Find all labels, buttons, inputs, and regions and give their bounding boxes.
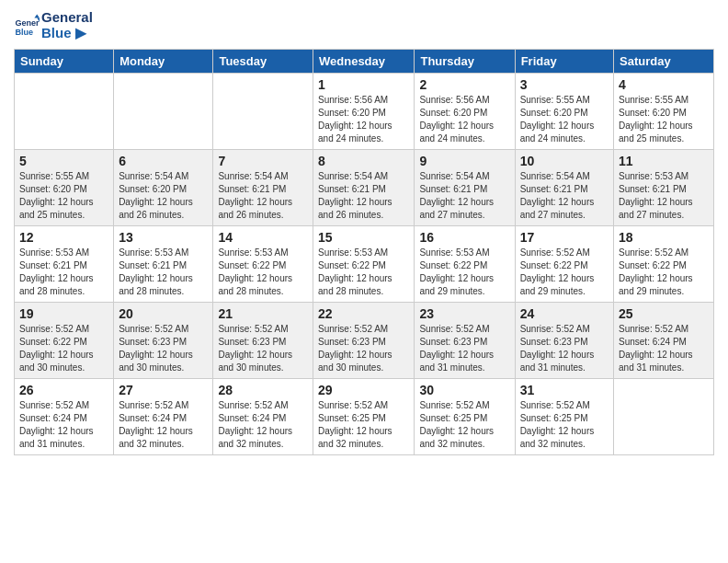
weekday-header-thursday: Thursday (415, 50, 515, 74)
svg-text:General: General (15, 18, 40, 28)
calendar-cell: 21Sunrise: 5:52 AM Sunset: 6:23 PM Dayli… (213, 303, 313, 379)
day-info: Sunrise: 5:52 AM Sunset: 6:23 PM Dayligh… (419, 323, 509, 374)
day-info: Sunrise: 5:52 AM Sunset: 6:23 PM Dayligh… (218, 323, 308, 374)
calendar-cell: 19Sunrise: 5:52 AM Sunset: 6:22 PM Dayli… (15, 303, 114, 379)
weekday-header-row: SundayMondayTuesdayWednesdayThursdayFrid… (15, 50, 714, 74)
calendar-cell: 5Sunrise: 5:55 AM Sunset: 6:20 PM Daylig… (15, 150, 114, 226)
day-number: 2 (419, 77, 509, 92)
day-number: 25 (619, 306, 709, 321)
calendar-cell: 1Sunrise: 5:56 AM Sunset: 6:20 PM Daylig… (313, 74, 415, 150)
day-number: 9 (419, 154, 509, 168)
weekday-header-sunday: Sunday (15, 50, 114, 74)
calendar-cell: 22Sunrise: 5:52 AM Sunset: 6:23 PM Dayli… (313, 303, 415, 379)
calendar-cell: 27Sunrise: 5:52 AM Sunset: 6:24 PM Dayli… (114, 379, 213, 455)
day-number: 28 (218, 383, 308, 397)
calendar-cell: 16Sunrise: 5:53 AM Sunset: 6:22 PM Dayli… (415, 226, 515, 303)
calendar-cell: 18Sunrise: 5:52 AM Sunset: 6:22 PM Dayli… (614, 226, 714, 303)
day-number: 29 (318, 383, 409, 397)
day-number: 11 (619, 154, 709, 168)
day-number: 31 (520, 383, 609, 397)
day-info: Sunrise: 5:52 AM Sunset: 6:24 PM Dayligh… (19, 399, 108, 451)
day-info: Sunrise: 5:54 AM Sunset: 6:21 PM Dayligh… (419, 170, 509, 222)
day-info: Sunrise: 5:52 AM Sunset: 6:23 PM Dayligh… (119, 323, 208, 374)
day-number: 12 (19, 230, 108, 245)
calendar-cell: 4Sunrise: 5:55 AM Sunset: 6:20 PM Daylig… (614, 74, 714, 150)
day-info: Sunrise: 5:55 AM Sunset: 6:20 PM Dayligh… (520, 94, 609, 145)
day-number: 16 (419, 230, 509, 245)
week-row-4: 26Sunrise: 5:52 AM Sunset: 6:24 PM Dayli… (15, 379, 714, 455)
calendar-cell: 30Sunrise: 5:52 AM Sunset: 6:25 PM Dayli… (415, 379, 515, 455)
day-info: Sunrise: 5:56 AM Sunset: 6:20 PM Dayligh… (419, 94, 509, 145)
day-number: 13 (119, 230, 208, 245)
calendar-cell (213, 74, 313, 150)
calendar-cell: 15Sunrise: 5:53 AM Sunset: 6:22 PM Dayli… (313, 226, 415, 303)
calendar-cell: 2Sunrise: 5:56 AM Sunset: 6:20 PM Daylig… (415, 74, 515, 150)
day-number: 17 (520, 230, 609, 245)
calendar-cell: 17Sunrise: 5:52 AM Sunset: 6:22 PM Dayli… (515, 226, 613, 303)
weekday-header-saturday: Saturday (614, 50, 714, 74)
day-number: 14 (218, 230, 308, 245)
day-info: Sunrise: 5:54 AM Sunset: 6:21 PM Dayligh… (218, 170, 308, 222)
logo: General Blue General Blue ▶ (14, 9, 93, 41)
day-info: Sunrise: 5:55 AM Sunset: 6:20 PM Dayligh… (19, 170, 108, 222)
day-info: Sunrise: 5:54 AM Sunset: 6:20 PM Dayligh… (119, 170, 208, 222)
calendar-cell: 12Sunrise: 5:53 AM Sunset: 6:21 PM Dayli… (15, 226, 114, 303)
calendar-cell: 6Sunrise: 5:54 AM Sunset: 6:20 PM Daylig… (114, 150, 213, 226)
week-row-0: 1Sunrise: 5:56 AM Sunset: 6:20 PM Daylig… (15, 74, 714, 150)
day-info: Sunrise: 5:52 AM Sunset: 6:22 PM Dayligh… (619, 247, 709, 298)
svg-text:Blue: Blue (15, 27, 33, 36)
day-info: Sunrise: 5:52 AM Sunset: 6:22 PM Dayligh… (19, 323, 108, 374)
calendar-cell: 8Sunrise: 5:54 AM Sunset: 6:21 PM Daylig… (313, 150, 415, 226)
week-row-3: 19Sunrise: 5:52 AM Sunset: 6:22 PM Dayli… (15, 303, 714, 379)
day-number: 26 (19, 383, 108, 397)
day-info: Sunrise: 5:53 AM Sunset: 6:21 PM Dayligh… (19, 247, 108, 298)
weekday-header-friday: Friday (515, 50, 613, 74)
logo-icon: General Blue (14, 13, 40, 39)
header: General Blue General Blue ▶ (14, 9, 714, 41)
weekday-header-tuesday: Tuesday (213, 50, 313, 74)
day-info: Sunrise: 5:52 AM Sunset: 6:25 PM Dayligh… (520, 399, 609, 451)
calendar-cell: 10Sunrise: 5:54 AM Sunset: 6:21 PM Dayli… (515, 150, 613, 226)
calendar: SundayMondayTuesdayWednesdayThursdayFrid… (14, 49, 714, 455)
calendar-cell: 7Sunrise: 5:54 AM Sunset: 6:21 PM Daylig… (213, 150, 313, 226)
calendar-cell: 3Sunrise: 5:55 AM Sunset: 6:20 PM Daylig… (515, 74, 613, 150)
day-number: 18 (619, 230, 709, 245)
day-info: Sunrise: 5:52 AM Sunset: 6:24 PM Dayligh… (119, 399, 208, 451)
calendar-cell: 28Sunrise: 5:52 AM Sunset: 6:24 PM Dayli… (213, 379, 313, 455)
day-number: 30 (419, 383, 509, 397)
day-info: Sunrise: 5:52 AM Sunset: 6:22 PM Dayligh… (520, 247, 609, 298)
calendar-cell (114, 74, 213, 150)
calendar-cell: 13Sunrise: 5:53 AM Sunset: 6:21 PM Dayli… (114, 226, 213, 303)
day-number: 10 (520, 154, 609, 168)
calendar-cell: 26Sunrise: 5:52 AM Sunset: 6:24 PM Dayli… (15, 379, 114, 455)
day-info: Sunrise: 5:52 AM Sunset: 6:23 PM Dayligh… (318, 323, 409, 374)
day-number: 19 (19, 306, 108, 321)
day-number: 20 (119, 306, 208, 321)
day-number: 5 (19, 154, 108, 168)
weekday-header-wednesday: Wednesday (313, 50, 415, 74)
day-number: 1 (318, 77, 409, 92)
calendar-cell: 29Sunrise: 5:52 AM Sunset: 6:25 PM Dayli… (313, 379, 415, 455)
calendar-cell: 24Sunrise: 5:52 AM Sunset: 6:23 PM Dayli… (515, 303, 613, 379)
day-info: Sunrise: 5:53 AM Sunset: 6:22 PM Dayligh… (318, 247, 409, 298)
day-info: Sunrise: 5:53 AM Sunset: 6:22 PM Dayligh… (419, 247, 509, 298)
day-info: Sunrise: 5:53 AM Sunset: 6:22 PM Dayligh… (218, 247, 308, 298)
day-info: Sunrise: 5:53 AM Sunset: 6:21 PM Dayligh… (619, 170, 709, 222)
svg-marker-2 (34, 14, 40, 17)
logo-general: General (41, 9, 93, 25)
day-number: 21 (218, 306, 308, 321)
calendar-cell: 11Sunrise: 5:53 AM Sunset: 6:21 PM Dayli… (614, 150, 714, 226)
day-info: Sunrise: 5:52 AM Sunset: 6:24 PM Dayligh… (218, 399, 308, 451)
day-info: Sunrise: 5:54 AM Sunset: 6:21 PM Dayligh… (520, 170, 609, 222)
calendar-cell: 25Sunrise: 5:52 AM Sunset: 6:24 PM Dayli… (614, 303, 714, 379)
day-number: 8 (318, 154, 409, 168)
day-number: 3 (520, 77, 609, 92)
day-info: Sunrise: 5:55 AM Sunset: 6:20 PM Dayligh… (619, 94, 709, 145)
day-info: Sunrise: 5:52 AM Sunset: 6:25 PM Dayligh… (318, 399, 409, 451)
calendar-cell: 14Sunrise: 5:53 AM Sunset: 6:22 PM Dayli… (213, 226, 313, 303)
calendar-cell: 9Sunrise: 5:54 AM Sunset: 6:21 PM Daylig… (415, 150, 515, 226)
day-info: Sunrise: 5:52 AM Sunset: 6:25 PM Dayligh… (419, 399, 509, 451)
weekday-header-monday: Monday (114, 50, 213, 74)
calendar-cell: 23Sunrise: 5:52 AM Sunset: 6:23 PM Dayli… (415, 303, 515, 379)
day-number: 6 (119, 154, 208, 168)
